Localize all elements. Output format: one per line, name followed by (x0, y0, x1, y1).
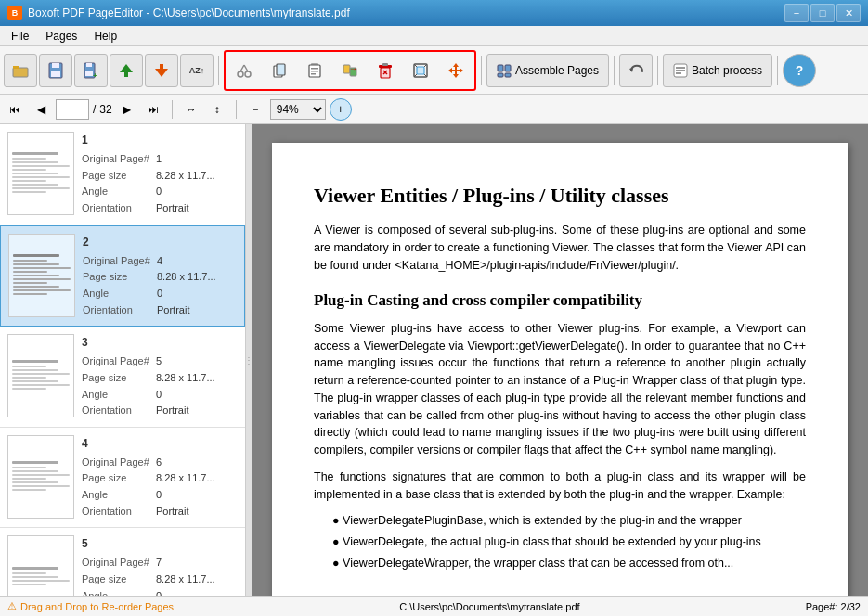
status-page-info: Page#: 2/32 (806, 601, 861, 612)
page-num-2: 2 (83, 234, 216, 251)
assemble-pages-label: Assemble Pages (515, 64, 599, 77)
pdf-list-item-3: ● ViewerDelegateWrapper, the wrapper cla… (332, 555, 806, 572)
window-controls: − □ ✕ (784, 4, 861, 22)
status-file-path: C:\Users\pc\Documents\mytranslate.pdf (183, 601, 797, 612)
fit-page-button[interactable] (404, 54, 437, 87)
page-num-5: 5 (82, 535, 215, 553)
nav-sep-2 (236, 100, 237, 119)
paste-button[interactable] (298, 54, 331, 87)
svg-point-16 (245, 71, 251, 77)
fit-height-button[interactable]: ↕ (206, 98, 228, 121)
svg-marker-45 (629, 68, 633, 72)
current-page-input[interactable]: 2 (56, 99, 89, 120)
svg-rect-12 (124, 72, 128, 77)
delete-button[interactable] (369, 54, 402, 87)
svg-rect-9 (85, 71, 93, 76)
page-info-2: 2 Original Page#4 Page size8.28 x 11.7..… (83, 234, 216, 319)
batch-process-button[interactable]: Batch process (663, 54, 772, 87)
copy-button[interactable] (263, 54, 296, 87)
help-button[interactable]: ? (783, 54, 816, 87)
edit-tools-group: → (224, 50, 476, 91)
next-page-button[interactable]: ▶ (116, 98, 138, 121)
menu-file[interactable]: File (4, 28, 36, 45)
move-button[interactable] (439, 54, 473, 87)
page-thumb-2[interactable]: 2 Original Page#4 Page size8.28 x 11.7..… (0, 225, 245, 327)
drag-hint: Drag and Drop to Re-order Pages (20, 601, 174, 612)
svg-line-18 (244, 65, 248, 71)
zoom-in-button[interactable]: + (330, 98, 352, 121)
svg-rect-23 (311, 68, 318, 70)
down-button[interactable] (145, 54, 178, 87)
page-thumbnail-1 (7, 132, 74, 215)
up-button[interactable] (110, 54, 143, 87)
assemble-pages-button[interactable]: Assemble Pages (486, 54, 609, 87)
total-pages: 32 (99, 103, 111, 116)
last-page-button[interactable]: ⏭ (142, 98, 164, 121)
page-thumb-1[interactable]: 1 Original Page#1 Page size8.28 x 11.7..… (0, 124, 245, 225)
undo-button[interactable] (619, 54, 653, 87)
page-separator: / (93, 103, 96, 116)
svg-rect-1 (13, 68, 28, 77)
open-button[interactable] (4, 54, 37, 87)
title-bar-left: B Boxoft PDF PageEditor - C:\Users\pc\Do… (7, 6, 350, 20)
pdf-viewer[interactable]: Viewer Entities / Plug-ins / Utility cla… (252, 124, 868, 596)
separator-2 (481, 56, 482, 85)
zoom-select[interactable]: 50% 75% 94% 100% 125% 150% 200% (270, 99, 326, 120)
pdf-heading-1: Viewer Entities / Plug-ins / Utility cla… (314, 180, 806, 211)
close-button[interactable]: ✕ (836, 4, 861, 22)
svg-rect-3 (13, 66, 19, 69)
svg-rect-14 (160, 64, 163, 69)
fit-width-button[interactable]: ↔ (180, 98, 202, 121)
pdf-para-2: Some Viewer plug-ins have access to othe… (314, 320, 806, 459)
page-thumb-5[interactable]: 5 Original Page#7 Page size8.28 x 11.7..… (0, 528, 245, 596)
warning-icon: ⚠ (7, 600, 17, 612)
svg-rect-5 (52, 63, 59, 68)
svg-rect-20 (277, 64, 285, 75)
svg-marker-40 (448, 63, 463, 78)
svg-rect-6 (51, 71, 60, 77)
menu-bar: File Pages Help (0, 26, 868, 46)
window-title: Boxoft PDF PageEditor - C:\Users\pc\Docu… (28, 6, 350, 19)
page-thumb-3[interactable]: 3 Original Page#5 Page size8.28 x 11.7..… (0, 327, 245, 428)
zoom-out-button[interactable]: − (244, 98, 266, 121)
svg-marker-13 (155, 69, 168, 77)
page-thumbnail-5 (7, 535, 74, 596)
separator-4 (657, 56, 658, 85)
svg-rect-42 (505, 65, 511, 71)
main-content: 1 Original Page#1 Page size8.28 x 11.7..… (0, 124, 868, 596)
nav-sep-1 (172, 100, 173, 119)
status-bar: ⚠ Drag and Drop to Re-order Pages C:\Use… (0, 596, 868, 616)
page-num-1: 1 (82, 132, 215, 149)
page-thumb-4[interactable]: 4 Original Page#6 Page size8.28 x 11.7..… (0, 428, 245, 529)
cut-button[interactable] (227, 54, 261, 87)
svg-text:→: → (349, 64, 357, 73)
svg-rect-24 (311, 71, 318, 72)
sidebar: 1 Original Page#1 Page size8.28 x 11.7..… (0, 124, 246, 596)
pdf-para-1: A Viewer is composed of several sub-plug… (314, 222, 806, 274)
page-thumbnail-3 (7, 334, 74, 417)
title-bar: B Boxoft PDF PageEditor - C:\Users\pc\Do… (0, 0, 868, 26)
minimize-button[interactable]: − (784, 4, 809, 22)
prev-page-button[interactable]: ◀ (30, 98, 52, 121)
az-button[interactable]: AZ↑ (180, 54, 214, 87)
svg-rect-8 (86, 63, 92, 67)
menu-pages[interactable]: Pages (38, 28, 84, 45)
replace-button[interactable]: → (333, 54, 367, 87)
svg-rect-25 (311, 73, 316, 75)
pdf-list-item-2: ● ViewerDelegate, the actual plug-in cla… (332, 533, 806, 551)
batch-process-label: Batch process (692, 64, 762, 77)
pdf-para-3: The functions signatures that are common… (314, 468, 806, 504)
pdf-heading-2: Plug-in Casting and cross compiler compa… (314, 289, 806, 313)
svg-rect-33 (382, 63, 388, 66)
page-num-3: 3 (82, 334, 215, 352)
first-page-button[interactable]: ⏮ (4, 98, 26, 121)
status-warning: ⚠ Drag and Drop to Re-order Pages (7, 600, 174, 612)
save-as-button[interactable]: + (74, 54, 108, 87)
separator-1 (218, 56, 219, 85)
maximize-button[interactable]: □ (810, 4, 835, 22)
save-button[interactable] (39, 54, 72, 87)
svg-rect-43 (498, 73, 503, 77)
page-info-1: 1 Original Page#1 Page size8.28 x 11.7..… (82, 132, 215, 217)
menu-help[interactable]: Help (86, 28, 124, 45)
page-thumbnail-4 (7, 435, 74, 519)
